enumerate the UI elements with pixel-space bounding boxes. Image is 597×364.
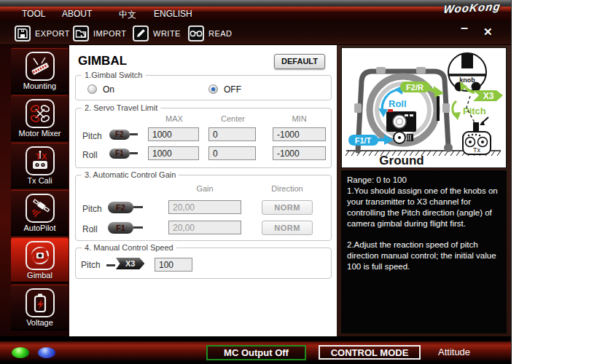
blue-led-icon xyxy=(38,347,55,358)
col-header-max: MAX xyxy=(148,114,200,123)
menu-chinese[interactable]: 中文 xyxy=(119,9,136,21)
section-servo-travel: 2. Servo Travel Limit MAX Center MIN Pit… xyxy=(75,108,332,168)
gain-roll-port-badge: F1 xyxy=(108,222,133,234)
sidebar-item-voltage[interactable]: Voltage xyxy=(11,285,69,331)
gain-roll-label: Roll xyxy=(82,224,98,234)
default-button[interactable]: DEFAULT xyxy=(274,54,325,69)
export-label: EXPORT xyxy=(35,29,70,38)
right-panel: Ground xyxy=(337,45,511,336)
servo-pitch-label: Pitch xyxy=(82,131,102,141)
gain-pitch-port-badge: F2 xyxy=(108,202,133,213)
autopilot-icon xyxy=(26,194,55,223)
f1t-label: F1/T xyxy=(355,136,372,145)
section-gimbal-switch: 1.Gimbal Switch On OFF xyxy=(75,75,332,100)
title-strip xyxy=(0,0,511,7)
import-button[interactable]: IMPORT xyxy=(73,25,127,42)
roll-direction-button[interactable]: NORM xyxy=(262,221,313,235)
knob-glyph: knob xyxy=(448,53,486,92)
toolbar: EXPORT IMPORT WRITE READ – ✕ xyxy=(0,22,511,45)
mc-output-status: MC Output Off xyxy=(206,345,306,360)
status-bar: MC Output Off CONTROL MODE Attitude xyxy=(0,336,511,364)
section-manual-speed: 4. Manual Control Speed Pitch X3 xyxy=(75,248,332,279)
tx-cali-icon: TX xyxy=(26,146,55,175)
servo-roll-port-badge: F1 xyxy=(109,149,130,159)
x3-label: X3 xyxy=(483,91,494,101)
export-icon xyxy=(15,25,31,41)
control-mode-value: Attitude xyxy=(438,347,470,357)
col-header-gain: Gain xyxy=(168,184,241,193)
sidebar-item-autopilot[interactable]: AutoPilot xyxy=(11,190,69,236)
pitch-center-input[interactable] xyxy=(208,127,256,141)
gimbal-off-label: OFF xyxy=(224,84,241,95)
page-title: GIMBAL xyxy=(78,54,127,68)
servo-pitch-port-badge: F2 xyxy=(109,130,130,140)
x3-stub-line xyxy=(106,264,115,266)
section-auto-gain-legend: 3. Automatic Control Gain xyxy=(82,170,179,179)
pitch-max-input[interactable] xyxy=(148,127,199,141)
roll-label: Roll xyxy=(389,98,407,109)
menubar: TOOL ABOUT 中文 ENGLISH xyxy=(0,7,511,22)
manual-speed-input[interactable] xyxy=(155,258,192,272)
sidebar-item-tx-cali[interactable]: TX Tx Cali xyxy=(11,143,69,189)
gain-pitch-label: Pitch xyxy=(82,204,102,214)
roll-max-input[interactable] xyxy=(148,146,199,160)
green-led-icon xyxy=(12,347,29,358)
manual-pitch-port-badge: X3 xyxy=(116,258,144,269)
gimbal-on-radio[interactable] xyxy=(87,84,97,94)
menu-tool[interactable]: TOOL xyxy=(22,9,45,19)
sidebar-label-tx-cali: Tx Cali xyxy=(11,176,69,185)
motor-mixer-icon xyxy=(26,99,55,128)
servo-roll-label: Roll xyxy=(82,150,98,160)
pitch-servo-arm xyxy=(437,96,440,121)
roll-gain-input[interactable] xyxy=(168,221,241,234)
import-label: IMPORT xyxy=(93,29,127,38)
sidebar-label-autopilot: AutoPilot xyxy=(11,223,69,232)
col-header-center: Center xyxy=(208,114,257,123)
pitch-direction-button[interactable]: NORM xyxy=(262,200,313,215)
section-servo-travel-legend: 2. Servo Travel Limit xyxy=(82,103,160,112)
sidebar-label-mounting: Mounting xyxy=(11,82,69,90)
gimbal-off-radio[interactable] xyxy=(208,84,218,94)
section-auto-gain: 3. Automatic Control Gain Gain Direction… xyxy=(75,175,332,241)
help-paragraph-1: 1.You should assign one of the knobs on … xyxy=(347,186,501,229)
tx-glyph: Tx xyxy=(463,117,491,154)
tx-label: Tx xyxy=(473,146,480,154)
roll-center-input[interactable] xyxy=(208,146,256,160)
knob-label: knob xyxy=(459,76,475,84)
voltage-icon xyxy=(26,288,55,317)
sidebar-item-mounting[interactable]: Mounting xyxy=(11,48,69,94)
sidebar-item-motor-mixer[interactable]: Motor Mixer xyxy=(11,95,69,141)
gimbal-on-label: On xyxy=(103,84,114,95)
f2r-label: F2/R xyxy=(406,83,424,92)
write-button[interactable]: WRITE xyxy=(133,25,181,42)
help-paragraph-2: 2.Adjust the reaction speed of pitch dir… xyxy=(347,240,501,272)
manual-pitch-label: Pitch xyxy=(81,260,101,270)
menu-about[interactable]: ABOUT xyxy=(62,9,92,19)
import-icon xyxy=(73,25,89,41)
mounting-icon xyxy=(26,52,55,81)
pitch-min-input[interactable] xyxy=(273,127,326,141)
sidebar-label-voltage: Voltage xyxy=(11,318,69,327)
section-manual-speed-legend: 4. Manual Control Speed xyxy=(82,243,176,252)
gimbal-diagram: Ground xyxy=(341,47,507,168)
ground-label: Ground xyxy=(379,154,424,167)
read-button[interactable]: READ xyxy=(188,25,233,42)
export-button[interactable]: EXPORT xyxy=(15,25,70,42)
gimbal-settings-panel: GIMBAL DEFAULT 1.Gimbal Switch On OFF 2.… xyxy=(69,45,337,336)
read-label: READ xyxy=(208,29,233,38)
sidebar-label-motor-mixer: Motor Mixer xyxy=(11,129,69,138)
sidebar-item-gimbal[interactable]: Gimbal xyxy=(11,237,69,283)
menu-english[interactable]: ENGLISH xyxy=(154,9,192,19)
minimize-button[interactable]: – xyxy=(461,20,468,36)
control-mode-badge: CONTROL MODE xyxy=(319,345,421,360)
gimbal-icon xyxy=(26,241,55,270)
read-icon xyxy=(188,25,204,41)
col-header-min: MIN xyxy=(273,114,326,123)
help-range-line: Range: 0 to 100 xyxy=(347,175,501,186)
sidebar: Mounting Motor Mixer TX Tx Cali AutoPilo… xyxy=(0,45,69,336)
pitch-gain-input[interactable] xyxy=(168,200,241,214)
svg-text:X: X xyxy=(42,152,47,161)
write-icon xyxy=(133,25,149,41)
close-button[interactable]: ✕ xyxy=(483,25,493,39)
roll-min-input[interactable] xyxy=(273,146,326,160)
